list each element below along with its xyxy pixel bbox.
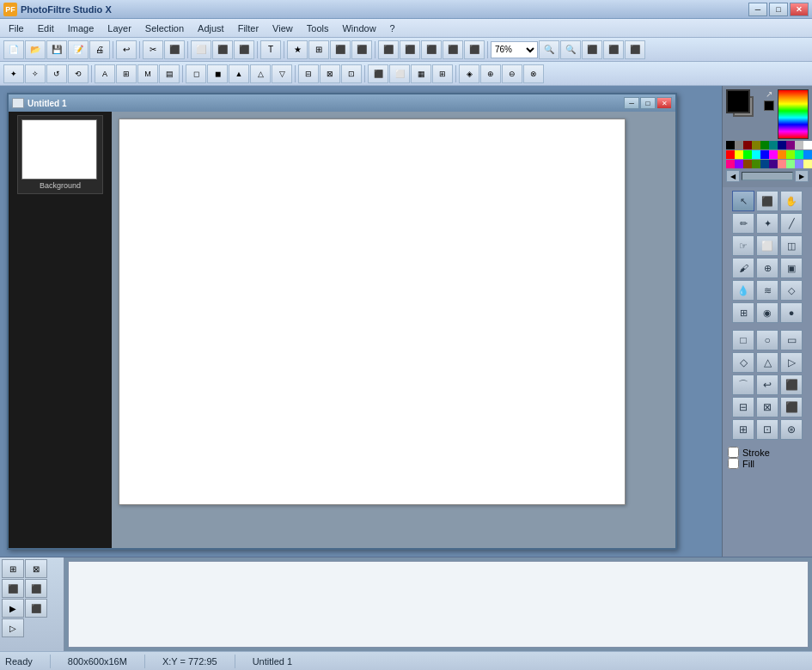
menu-item-tools[interactable]: Tools (300, 21, 336, 35)
palette-color-6[interactable] (778, 141, 786, 149)
tb2-btn-17[interactable]: ⬜ (389, 64, 410, 83)
palette-color-2[interactable] (743, 141, 752, 149)
macro-stop[interactable]: ⊠ (25, 559, 47, 578)
tb1-btn-1[interactable]: 📂 (25, 40, 46, 59)
redeye-tool[interactable]: ● (780, 302, 803, 323)
zoom-btn-2[interactable]: ⬛ (582, 40, 602, 59)
palette-color-1[interactable] (735, 160, 743, 168)
tb2-btn-9[interactable]: ◼ (207, 64, 228, 83)
tb1-btn-17[interactable]: ★ (287, 40, 308, 59)
clone-stamp-tool[interactable]: ⊕ (756, 258, 778, 278)
tb1-btn-22[interactable]: ⬛ (378, 40, 399, 59)
portrait-tool[interactable]: ◉ (756, 302, 778, 323)
arrow-right-shape-btn[interactable]: ▷ (780, 352, 803, 373)
menu-item-image[interactable]: Image (61, 21, 101, 35)
palette-color-0[interactable] (726, 150, 735, 159)
palette-color-2[interactable] (743, 150, 752, 159)
brush-draw-tool[interactable]: 🖌 (732, 258, 754, 278)
canvas-area[interactable] (112, 112, 675, 548)
palette-color-8[interactable] (795, 160, 803, 168)
palette-color-7[interactable] (786, 141, 795, 149)
menu-item-layer[interactable]: Layer (101, 21, 138, 35)
tb2-btn-7[interactable]: ▤ (159, 64, 180, 83)
tb2-btn-11[interactable]: △ (250, 64, 271, 83)
freeform-shape-btn[interactable]: ⬛ (780, 375, 803, 395)
menu-item-selection[interactable]: Selection (138, 21, 191, 35)
drop-tool[interactable]: 💧 (732, 280, 754, 301)
palette-color-0[interactable] (726, 141, 735, 149)
palette-color-4[interactable] (760, 150, 769, 159)
sel-rect-shape-btn[interactable]: ⊟ (732, 397, 754, 417)
palette-color-5[interactable] (769, 160, 778, 168)
palette-color-4[interactable] (760, 141, 769, 149)
tb1-btn-11[interactable]: ⬜ (191, 40, 211, 59)
tb2-btn-3[interactable]: ⟲ (68, 64, 89, 83)
curve-shape-btn[interactable]: ↩ (756, 375, 778, 395)
tb2-btn-2[interactable]: ↺ (46, 64, 67, 83)
tb1-btn-23[interactable]: ⬛ (400, 40, 420, 59)
palette-color-1[interactable] (735, 141, 743, 149)
tb1-btn-25[interactable]: ⬛ (443, 40, 463, 59)
palette-color-7[interactable] (786, 160, 795, 168)
tb1-btn-3[interactable]: 📝 (68, 40, 89, 59)
tb2-btn-4[interactable]: A (95, 64, 115, 83)
maximize-button[interactable]: □ (769, 3, 788, 16)
tb2-btn-20[interactable]: ◈ (459, 64, 479, 83)
palette-color-5[interactable] (769, 141, 778, 149)
sel-ellipse-shape-btn[interactable]: ⊠ (756, 397, 778, 417)
palette-color-6[interactable] (778, 160, 786, 168)
tb2-btn-14[interactable]: ⊠ (320, 64, 340, 83)
tb1-btn-13[interactable]: ⬛ (234, 40, 254, 59)
mosaic-tool[interactable]: ⊞ (732, 302, 754, 323)
palette-color-7[interactable] (786, 150, 795, 159)
tb2-btn-10[interactable]: ▲ (229, 64, 249, 83)
zoom-btn-0[interactable]: 🔍 (539, 40, 559, 59)
palette-color-8[interactable] (795, 150, 803, 159)
palette-color-6[interactable] (778, 150, 786, 159)
close-button[interactable]: ✕ (790, 3, 809, 16)
tb1-btn-8[interactable]: ✂ (143, 40, 163, 59)
tb1-btn-24[interactable]: ⬛ (421, 40, 442, 59)
fill-checkbox[interactable] (728, 458, 739, 469)
crop-tool[interactable]: ⬛ (756, 191, 778, 211)
tb2-btn-16[interactable]: ⬛ (368, 64, 388, 83)
tb2-btn-23[interactable]: ⊗ (523, 64, 544, 83)
palette-color-9[interactable] (803, 150, 812, 159)
tb1-btn-20[interactable]: ⬛ (351, 40, 372, 59)
tb2-btn-22[interactable]: ⊖ (502, 64, 522, 83)
palette-scroll-left[interactable]: ◀ (726, 170, 740, 182)
tb1-btn-0[interactable]: 📄 (3, 40, 24, 59)
menu-item-window[interactable]: Window (335, 21, 382, 35)
palette-color-5[interactable] (769, 150, 778, 159)
rounded-rect-shape-btn[interactable]: ▭ (780, 330, 803, 350)
tb2-btn-21[interactable]: ⊕ (480, 64, 501, 83)
tb2-btn-5[interactable]: ⊞ (116, 64, 137, 83)
menu-item-edit[interactable]: Edit (31, 21, 61, 35)
eraser-draw-tool[interactable]: ⬜ (756, 235, 778, 256)
palette-scroll-right[interactable]: ▶ (795, 170, 809, 182)
palette-color-2[interactable] (743, 160, 752, 168)
zoom-btn-1[interactable]: 🔍 (560, 40, 581, 59)
palette-color-3[interactable] (752, 141, 760, 149)
small-color-swatch[interactable] (764, 100, 774, 111)
tb1-btn-19[interactable]: ⬛ (330, 40, 351, 59)
doc-close-button[interactable]: ✕ (656, 97, 672, 109)
zoom-btn-4[interactable]: ⬛ (625, 40, 645, 59)
tb2-btn-15[interactable]: ⊡ (341, 64, 362, 83)
pencil-draw-tool[interactable]: ✏ (732, 213, 754, 234)
grid-shape-btn[interactable]: ⊞ (732, 419, 754, 440)
rect-shape-btn[interactable]: □ (732, 330, 754, 350)
macro-record[interactable]: ⊞ (2, 559, 24, 578)
fg-color-swatch[interactable] (726, 89, 750, 113)
tb1-btn-2[interactable]: 💾 (46, 40, 67, 59)
color-spectrum[interactable] (778, 89, 809, 139)
tb1-btn-9[interactable]: ⬛ (164, 40, 185, 59)
tb1-btn-12[interactable]: ⬛ (212, 40, 233, 59)
rounded-shape-btn[interactable]: ⊡ (756, 419, 778, 440)
arc-shape-btn[interactable]: ⌒ (732, 375, 754, 395)
canvas[interactable] (119, 119, 626, 505)
palette-color-0[interactable] (726, 160, 735, 168)
tb2-btn-1[interactable]: ✧ (25, 64, 46, 83)
macro-load[interactable]: ⬛ (2, 579, 24, 598)
palette-scroll-track[interactable] (742, 172, 793, 180)
